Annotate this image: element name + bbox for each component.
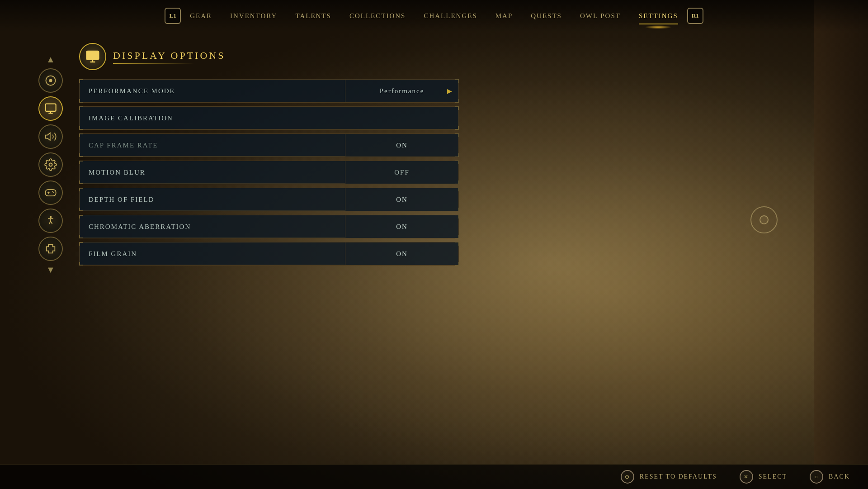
svg-point-1 [49,79,52,82]
image-calibration-label: IMAGE CALIBRATION [80,107,458,129]
settings-list: PERFORMANCE MODE Performance IMAGE CALIB… [79,79,459,266]
setting-depth-of-field[interactable]: DEPTH OF FIELD ON [79,188,459,211]
chromatic-aberration-value: ON [345,215,458,238]
nav-items: GEAR INVENTORY TALENTS COLLECTIONS CHALL… [190,10,678,22]
back-button-icon: ○ [810,470,823,484]
section-header: DISPLAY OPTIONS [79,43,459,70]
book-spine [814,0,868,489]
depth-of-field-value: ON [345,188,458,211]
nav-challenges[interactable]: CHALLENGES [424,10,477,22]
main-content: DISPLAY OPTIONS PERFORMANCE MODE Perform… [79,43,459,266]
target-inner [760,215,769,224]
nav-map[interactable]: MAP [495,10,513,22]
target-circle [750,206,778,233]
svg-point-6 [53,192,54,193]
section-title: DISPLAY OPTIONS [113,50,225,62]
chromatic-aberration-label: CHROMATIC ABERRATION [80,215,345,238]
film-grain-label: FILM GRAIN [80,242,345,265]
sidebar-icon-puzzle[interactable] [38,237,63,261]
nav-talents[interactable]: TALENTS [295,10,331,22]
sidebar-icon-display[interactable] [38,96,63,121]
sidebar-icon-controller[interactable] [38,180,63,205]
select-label: SELECT [759,473,787,480]
nav-inventory[interactable]: INVENTORY [230,10,277,22]
nav-settings[interactable]: SETTINGS [639,10,678,22]
reset-to-defaults-label: RESET TO DEFAULTS [640,473,717,480]
r1-button[interactable]: R1 [687,8,703,24]
sidebar-scroll-up[interactable]: ▲ [46,54,55,65]
depth-of-field-label: DEPTH OF FIELD [80,188,345,211]
l1-button[interactable]: L1 [165,8,181,24]
select-button-icon: ✕ [740,470,753,484]
setting-chromatic-aberration[interactable]: CHROMATIC ABERRATION ON [79,215,459,238]
nav-collections[interactable]: COLLECTIONS [349,10,406,22]
bottom-bar: ⊙ RESET TO DEFAULTS ✕ SELECT ○ BACK [0,464,868,489]
svg-point-5 [52,191,53,192]
svg-point-9 [91,54,94,57]
back-label: BACK [829,473,850,480]
film-grain-value: ON [345,242,458,265]
motion-blur-value: OFF [345,161,458,184]
setting-image-calibration[interactable]: IMAGE CALIBRATION [79,106,459,130]
cap-frame-rate-label: CAP FRAME RATE [80,134,345,157]
nav-gear[interactable]: GEAR [190,10,212,22]
sidebar: ▲ ▼ [38,54,63,275]
sidebar-icon-audio[interactable] [38,124,63,149]
select-action[interactable]: ✕ SELECT [740,470,787,484]
svg-rect-2 [45,104,56,111]
top-navigation: L1 GEAR INVENTORY TALENTS COLLECTIONS CH… [0,0,868,32]
motion-blur-label: MOTION BLUR [80,161,345,184]
performance-mode-value: Performance [345,80,458,102]
performance-mode-label: PERFORMANCE MODE [80,80,345,102]
setting-film-grain[interactable]: FILM GRAIN ON [79,242,459,266]
cap-frame-rate-value: ON [345,134,458,157]
setting-cap-frame-rate[interactable]: CAP FRAME RATE ON [79,133,459,157]
back-action[interactable]: ○ BACK [810,470,850,484]
nav-quests[interactable]: QUESTS [531,10,562,22]
sidebar-icon-accessibility[interactable] [38,209,63,233]
svg-point-3 [49,163,52,166]
svg-point-7 [50,216,52,218]
sidebar-icon-disc[interactable] [38,68,63,93]
reset-to-defaults-action[interactable]: ⊙ RESET TO DEFAULTS [621,470,717,484]
title-underline [113,63,194,64]
setting-motion-blur[interactable]: MOTION BLUR OFF [79,161,459,184]
section-title-container: DISPLAY OPTIONS [113,50,225,64]
nav-owlpost[interactable]: OWL POST [580,10,621,22]
reset-button-icon: ⊙ [621,470,634,484]
sidebar-scroll-down[interactable]: ▼ [46,265,55,275]
display-options-icon [79,43,106,70]
setting-performance-mode[interactable]: PERFORMANCE MODE Performance [79,79,459,103]
sidebar-icon-settings[interactable] [38,152,63,177]
